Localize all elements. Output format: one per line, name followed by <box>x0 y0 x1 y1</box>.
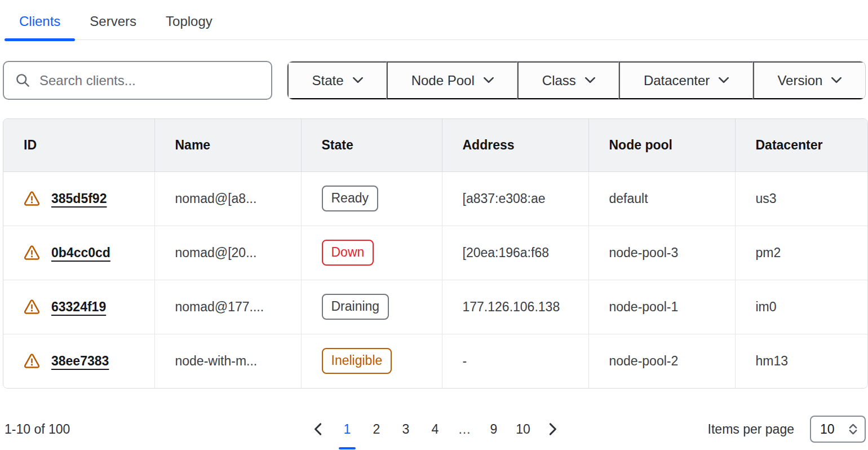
client-datacenter: pm2 <box>735 226 867 280</box>
select-chevrons-icon <box>848 423 858 435</box>
client-name: nomad@[20... <box>154 226 301 280</box>
page-number[interactable]: 10 <box>512 420 534 439</box>
warning-icon <box>24 245 40 260</box>
page-range-label: 1-10 of 100 <box>5 422 306 437</box>
state-badge: Draining <box>322 294 389 320</box>
chevron-down-icon <box>719 77 729 83</box>
items-per-page-label: Items per page <box>708 422 794 437</box>
tab-topology[interactable]: Toplogy <box>151 11 227 39</box>
page-number[interactable]: 3 <box>395 420 417 439</box>
next-page-button[interactable] <box>542 418 564 440</box>
clients-table: ID Name State Address Node pool Datacent… <box>3 118 868 389</box>
client-id-link[interactable]: 0b4cc0cd <box>51 245 110 261</box>
client-name: nomad@177.... <box>154 280 301 334</box>
client-address: [20ea:196a:f68 <box>442 226 588 280</box>
toolbar: State Node Pool Class Datacenter Version <box>3 61 866 100</box>
search-icon <box>15 73 30 88</box>
column-header-node-pool: Node pool <box>588 119 735 171</box>
items-per-page: Items per page 10 <box>564 416 866 443</box>
tab-clients[interactable]: Clients <box>5 11 75 39</box>
client-node-pool: node-pool-1 <box>588 280 735 334</box>
chevron-down-icon <box>585 77 595 83</box>
pager: 1234…910 <box>306 418 564 440</box>
items-per-page-value: 10 <box>820 422 835 437</box>
table-row[interactable]: 38ee7383 node-with-m... Ineligible - nod… <box>3 334 867 388</box>
chevron-down-icon <box>353 77 363 83</box>
table-row[interactable]: 63324f19 nomad@177.... Draining 177.126.… <box>3 280 867 334</box>
page-number[interactable]: 2 <box>366 420 387 439</box>
column-header-datacenter: Datacenter <box>735 119 867 171</box>
column-header-id: ID <box>3 119 154 171</box>
filter-group: State Node Pool Class Datacenter Version <box>287 61 866 100</box>
page-list: 1234…910 <box>336 420 534 439</box>
filter-node-pool[interactable]: Node Pool <box>387 61 517 99</box>
client-address: - <box>442 334 588 388</box>
clients-table-body: 385d5f92 nomad@[a8... Ready [a837:e308:a… <box>3 171 867 388</box>
filter-class[interactable]: Class <box>517 61 619 99</box>
client-id-link[interactable]: 385d5f92 <box>51 191 107 206</box>
tab-servers[interactable]: Servers <box>75 11 151 39</box>
filter-class-label: Class <box>542 73 576 89</box>
filter-version[interactable]: Version <box>753 61 865 99</box>
warning-icon <box>24 299 40 314</box>
client-node-pool: node-pool-3 <box>588 226 735 280</box>
filter-state[interactable]: State <box>287 61 387 99</box>
page-number[interactable]: 4 <box>424 420 446 439</box>
tab-bar: Clients Servers Toplogy <box>5 0 868 40</box>
chevron-down-icon <box>831 77 842 83</box>
filter-node-pool-label: Node Pool <box>411 73 475 89</box>
client-node-pool: node-pool-2 <box>588 334 735 388</box>
filter-datacenter[interactable]: Datacenter <box>619 61 752 99</box>
state-badge: Ineligible <box>322 348 392 374</box>
column-header-state: State <box>301 119 442 171</box>
client-id-link[interactable]: 38ee7383 <box>51 354 109 369</box>
client-datacenter: im0 <box>735 280 867 334</box>
search-box[interactable] <box>3 61 272 100</box>
client-address: 177.126.106.138 <box>442 280 588 334</box>
client-node-pool: default <box>588 171 735 226</box>
page-number[interactable]: 1 <box>336 420 358 439</box>
column-header-name: Name <box>154 119 301 171</box>
warning-icon <box>24 191 40 206</box>
table-row[interactable]: 0b4cc0cd nomad@[20... Down [20ea:196a:f6… <box>3 226 867 280</box>
filter-version-label: Version <box>777 73 822 89</box>
client-name: node-with-m... <box>154 334 301 388</box>
client-id-link[interactable]: 63324f19 <box>51 299 106 315</box>
chevron-down-icon <box>484 77 494 83</box>
items-per-page-select[interactable]: 10 <box>810 416 866 443</box>
search-input[interactable] <box>39 73 260 89</box>
filter-state-label: State <box>312 73 344 89</box>
page-number[interactable]: 9 <box>483 420 504 439</box>
client-datacenter: us3 <box>735 171 867 226</box>
state-badge: Ready <box>322 186 378 211</box>
page-ellipsis: … <box>454 420 475 439</box>
column-header-address: Address <box>442 119 588 171</box>
chevron-right-icon <box>550 423 557 435</box>
chevron-left-icon <box>314 423 321 435</box>
client-datacenter: hm13 <box>735 334 867 388</box>
filter-datacenter-label: Datacenter <box>644 73 710 89</box>
table-header: ID Name State Address Node pool Datacent… <box>3 119 867 171</box>
client-address: [a837:e308:ae <box>442 171 588 226</box>
table-row[interactable]: 385d5f92 nomad@[a8... Ready [a837:e308:a… <box>3 171 867 226</box>
warning-icon <box>24 354 40 368</box>
client-name: nomad@[a8... <box>154 171 301 226</box>
previous-page-button[interactable] <box>306 418 329 440</box>
pagination-bar: 1-10 of 100 1234…910 Items per page 10 <box>5 413 866 445</box>
state-badge: Down <box>322 240 374 266</box>
